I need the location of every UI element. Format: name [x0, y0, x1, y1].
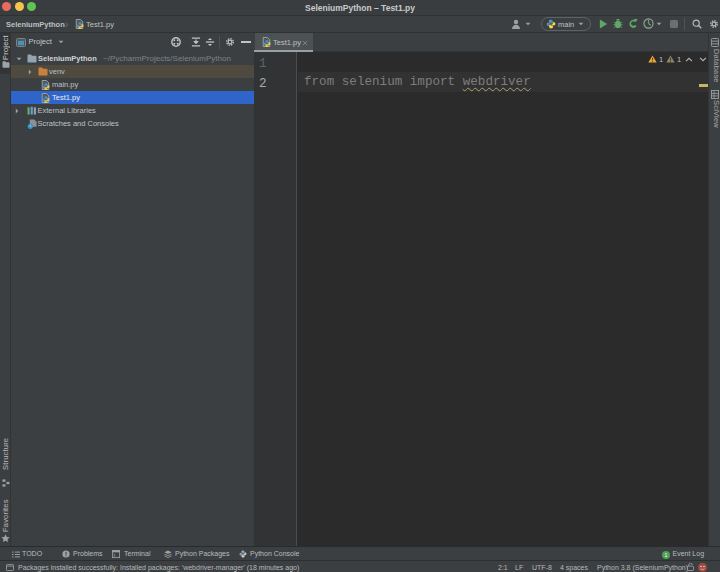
svg-text:1: 1 — [664, 552, 667, 558]
